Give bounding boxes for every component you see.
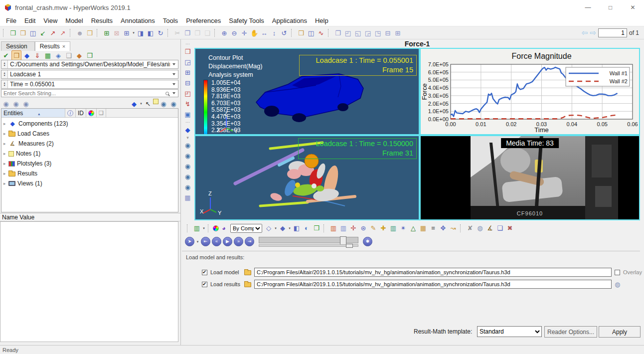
results-path-input[interactable]: C:/Program Files/Altair/2019.1.0.15/tuto…: [254, 280, 612, 289]
eye-plusminus-icon[interactable]: ◉: [159, 99, 168, 109]
card-copy-icon[interactable]: ◉: [21, 99, 31, 109]
contour-annotation[interactable]: Loadcase 1 : Time = 0.055001 Frame 15: [299, 55, 417, 76]
cut-icon[interactable]: ✂: [172, 28, 182, 38]
animation-mode-caret-icon[interactable]: ▾: [196, 240, 199, 244]
window-layout4-icon[interactable]: ◲: [363, 28, 373, 38]
start-frame-button[interactable]: ⇤: [201, 237, 210, 246]
tree-item[interactable]: Measures (2): [1, 139, 178, 149]
browse-model-folder-icon[interactable]: [244, 270, 251, 275]
menu-item[interactable]: Safety Tools: [225, 16, 268, 25]
result-options-icon[interactable]: ◍: [615, 281, 620, 288]
next-page-icon[interactable]: ⇨: [590, 28, 596, 37]
expand-caret-icon[interactable]: [3, 141, 8, 146]
media-slider-track[interactable]: [259, 244, 358, 247]
id-card-icon[interactable]: ◉: [11, 99, 21, 109]
arrows-horizontal-icon[interactable]: ↔: [259, 28, 269, 38]
browse-results-folder-icon[interactable]: [244, 282, 251, 287]
menu-item[interactable]: View: [39, 16, 61, 25]
spinner-icon[interactable]: [1, 60, 8, 68]
link-session-icon[interactable]: ◈: [53, 50, 63, 60]
vector-plot-icon[interactable]: ✢: [348, 223, 358, 233]
copy-icon[interactable]: ❐: [182, 28, 192, 38]
overlay-windows-icon[interactable]: ❏: [495, 223, 505, 233]
export-ppt-icon[interactable]: ↗: [58, 28, 68, 38]
eye-one-icon[interactable]: ◉: [168, 99, 178, 109]
window-layout7-icon[interactable]: ⊞: [393, 28, 403, 38]
style-column[interactable]: ❑: [97, 109, 106, 117]
info-column[interactable]: [65, 109, 76, 117]
plot-curves-icon[interactable]: ∿: [316, 28, 326, 38]
menu-item[interactable]: Results: [87, 16, 117, 25]
refresh-page-icon[interactable]: ↻: [156, 28, 165, 38]
expand-caret-icon[interactable]: [3, 161, 8, 166]
tab-session[interactable]: Session: [1, 41, 35, 51]
trace-icon[interactable]: ↝: [448, 223, 458, 233]
dummy-annotation[interactable]: Loadcase 1 : Time = 0.150000 Frame 31: [298, 138, 417, 159]
cubes-green-icon[interactable]: ❒: [85, 50, 95, 60]
result-math-select[interactable]: Standard: [477, 326, 542, 337]
organize-icon[interactable]: ❒: [296, 28, 306, 38]
measure-icon[interactable]: ∡: [485, 223, 495, 233]
zoom-dynamic-icon[interactable]: ⊖: [229, 28, 239, 38]
pan-icon[interactable]: ✋: [249, 28, 259, 38]
transform-icon[interactable]: ✥: [438, 223, 448, 233]
open-session-icon[interactable]: ❒: [18, 28, 28, 38]
expand-window-icon[interactable]: ◧: [146, 28, 156, 38]
end-frame-button[interactable]: ⇥: [245, 237, 254, 246]
contour-lines-icon[interactable]: ▥: [338, 223, 348, 233]
media-viewport[interactable]: Media Time: 83 CF96010: [421, 136, 639, 219]
paste-special-icon[interactable]: ❑: [202, 28, 212, 38]
menu-item[interactable]: Annotations: [117, 16, 159, 25]
export-session-icon[interactable]: ↗: [48, 28, 58, 38]
session-check-icon[interactable]: ✔: [1, 50, 11, 60]
dummy-viewport[interactable]: Loadcase 1 : Time = 0.150000 Frame 31 Z …: [195, 136, 419, 219]
mirror-icon[interactable]: ◧: [292, 223, 302, 233]
session-path-dropdown[interactable]: C:/Documents and Settings/Owner/Desktop/…: [1, 60, 178, 69]
menu-item[interactable]: Tools: [159, 16, 182, 25]
tab-results[interactable]: Results ×: [35, 41, 70, 51]
maximize-button[interactable]: □: [599, 0, 622, 15]
menu-item[interactable]: Help: [311, 16, 332, 25]
open-model-icon[interactable]: ❒: [85, 28, 95, 38]
note-add-icon[interactable]: [153, 99, 159, 104]
previous-page-icon[interactable]: ⇦: [582, 28, 588, 37]
explode-icon[interactable]: ❒: [312, 223, 322, 233]
delete-page-icon[interactable]: ⊠: [112, 28, 122, 38]
shaded-caret-icon[interactable]: ▾: [288, 223, 292, 233]
menu-item[interactable]: Edit: [20, 16, 39, 25]
fit-view-icon[interactable]: ✛: [239, 28, 249, 38]
section-cut-icon[interactable]: △: [408, 223, 418, 233]
forward-button[interactable]: »: [234, 237, 243, 246]
spinner-icon[interactable]: [1, 80, 8, 88]
dropdown-caret-icon[interactable]: [172, 63, 175, 65]
add-page-icon[interactable]: ⊞: [102, 28, 112, 38]
import-session-icon[interactable]: ↙: [38, 28, 48, 38]
table-icon[interactable]: ▦: [418, 223, 428, 233]
dropdown-caret-icon[interactable]: [172, 83, 175, 85]
layout-caret-icon[interactable]: ▾: [132, 28, 136, 38]
wireframe-caret-icon[interactable]: ▾: [274, 223, 278, 233]
expand-caret-icon[interactable]: [3, 181, 8, 186]
tree-item[interactable]: Load Cases: [1, 129, 178, 139]
media-slider-handle[interactable]: [346, 244, 353, 248]
save-session-icon[interactable]: ◫: [28, 28, 38, 38]
color-by-select[interactable]: By Comp: [230, 224, 262, 233]
menu-item[interactable]: File: [2, 16, 20, 25]
reverse-button[interactable]: «: [212, 237, 221, 246]
tree-item[interactable]: Plotstyles (3): [1, 159, 178, 169]
model-path-input[interactable]: C:/Program Files/Altair/2019.1.0.15/tuto…: [254, 268, 612, 277]
colorwheel-icon[interactable]: [213, 225, 219, 231]
search-caret-icon[interactable]: [172, 92, 175, 94]
style-cube-icon[interactable]: ◆: [129, 99, 139, 109]
window-layout3-icon[interactable]: ◱: [353, 28, 363, 38]
tree-item[interactable]: Notes (1): [1, 149, 178, 159]
zoom-in-icon[interactable]: ⊕: [219, 28, 229, 38]
import-result-icon[interactable]: ⇓: [32, 50, 42, 60]
page-layout-icon[interactable]: ⊞: [122, 28, 132, 38]
entity-attributes-icon[interactable]: ≡: [428, 223, 438, 233]
pages-icon[interactable]: ▦: [43, 50, 53, 60]
expand-caret-icon[interactable]: [3, 171, 8, 176]
deformed-icon[interactable]: ✎: [368, 223, 378, 233]
style-caret-icon[interactable]: ▾: [139, 99, 143, 109]
discard-icon[interactable]: ✖: [505, 223, 515, 233]
